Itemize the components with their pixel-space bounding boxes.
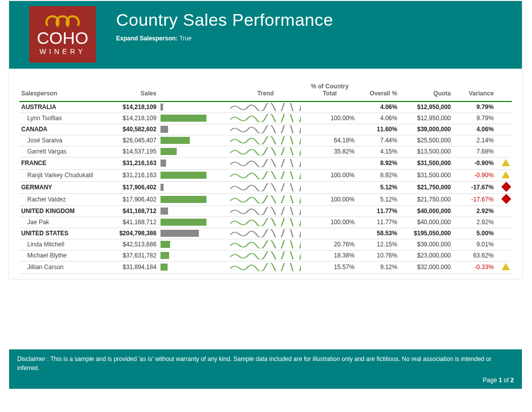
parameter-line: Expand Salesperson: True bbox=[116, 35, 512, 42]
cell-sales-bar bbox=[158, 135, 228, 146]
col-quota[interactable]: Quota bbox=[399, 79, 453, 101]
table-row[interactable]: Linda Mitchell$42,513,68620.76%12.15%$39… bbox=[19, 239, 512, 250]
cell-pct-country: 100.00% bbox=[303, 169, 356, 181]
cell-pct-country bbox=[303, 181, 356, 193]
cell-sales: $42,513,686 bbox=[110, 239, 158, 250]
table-row[interactable]: Michael Blythe$37,631,78218.38%10.76%$23… bbox=[19, 250, 512, 261]
col-trend[interactable]: Trend bbox=[228, 79, 303, 101]
cell-sales-bar bbox=[158, 250, 228, 261]
cell-name: Jae Pak bbox=[19, 217, 110, 228]
cell-name: Lynn Tsoflias bbox=[19, 113, 110, 124]
cell-overall: 12.15% bbox=[356, 239, 399, 250]
cell-pct-country: 64.18% bbox=[303, 135, 356, 146]
cell-quota: $21,750,000 bbox=[399, 181, 453, 193]
col-salesperson[interactable]: Salesperson bbox=[19, 79, 110, 101]
cell-sales: $41,168,712 bbox=[110, 205, 158, 217]
cell-sales-bar bbox=[158, 169, 228, 181]
cell-indicator bbox=[496, 205, 512, 217]
cell-variance: 9.79% bbox=[453, 113, 496, 124]
table-group-row[interactable]: GERMANY$17,906,4025.12%$21,750,000-17.67… bbox=[19, 181, 512, 193]
cell-name: Ranjit Varkey Chudukatil bbox=[19, 169, 110, 181]
cell-trend-sparkline bbox=[228, 113, 303, 124]
cell-pct-country: 20.76% bbox=[303, 239, 356, 250]
cell-variance: 9.79% bbox=[453, 101, 496, 113]
col-overall[interactable]: Overall % bbox=[356, 79, 399, 101]
table-row[interactable]: Ranjit Varkey Chudukatil$31,216,163100.0… bbox=[19, 169, 512, 181]
col-indicator bbox=[496, 79, 512, 101]
cell-name: Jillian Carson bbox=[19, 261, 110, 273]
cell-indicator bbox=[496, 217, 512, 228]
table-row[interactable]: Garrett Vargas$14,537,19535.82%4.15%$13,… bbox=[19, 146, 512, 157]
cell-overall: 4.15% bbox=[356, 146, 399, 157]
cell-overall: 5.12% bbox=[356, 193, 399, 205]
cell-name: CANADA bbox=[19, 124, 110, 135]
cell-quota: $40,000,000 bbox=[399, 217, 453, 228]
col-variance[interactable]: Variance bbox=[453, 79, 496, 101]
cell-overall: 58.53% bbox=[356, 228, 399, 239]
cell-quota: $23,000,000 bbox=[399, 250, 453, 261]
cell-sales-bar bbox=[158, 205, 228, 217]
cell-indicator bbox=[496, 239, 512, 250]
cell-quota: $13,500,000 bbox=[399, 146, 453, 157]
cell-sales-bar bbox=[158, 157, 228, 169]
param-label: Expand Salesperson: bbox=[116, 35, 178, 42]
cell-name: UNITED STATES bbox=[19, 228, 110, 239]
cell-quota: $40,000,000 bbox=[399, 205, 453, 217]
cell-sales: $14,218,109 bbox=[110, 101, 158, 113]
cell-overall: 8.92% bbox=[356, 157, 399, 169]
cell-quota: $39,000,000 bbox=[399, 239, 453, 250]
cell-overall: 4.06% bbox=[356, 101, 399, 113]
param-value: True bbox=[179, 35, 191, 42]
table-group-row[interactable]: FRANCE$31,216,1638.92%$31,500,000-0.90% bbox=[19, 157, 512, 169]
cell-variance: 9.01% bbox=[453, 239, 496, 250]
cell-pct-country: 100.00% bbox=[303, 217, 356, 228]
cell-sales-bar bbox=[158, 228, 228, 239]
cell-overall: 9.12% bbox=[356, 261, 399, 273]
table-row[interactable]: Jae Pak$41,168,712100.00%11.77%$40,000,0… bbox=[19, 217, 512, 228]
table-group-row[interactable]: UNITED KINGDOM$41,168,71211.77%$40,000,0… bbox=[19, 205, 512, 217]
cell-variance: -17.67% bbox=[453, 193, 496, 205]
cell-quota: $31,500,000 bbox=[399, 169, 453, 181]
cell-overall: 11.60% bbox=[356, 124, 399, 135]
cell-sales: $41,168,712 bbox=[110, 217, 158, 228]
table-row[interactable]: José Saraiva$26,045,40764.18%7.44%$25,50… bbox=[19, 135, 512, 146]
cell-variance: -17.67% bbox=[453, 181, 496, 193]
cell-variance: -0.90% bbox=[453, 157, 496, 169]
cell-trend-sparkline bbox=[228, 205, 303, 217]
cell-name: GERMANY bbox=[19, 181, 110, 193]
cell-sales-bar bbox=[158, 193, 228, 205]
cell-sales-bar bbox=[158, 217, 228, 228]
table-row[interactable]: Jillian Carson$31,894,18415.57%9.12%$32,… bbox=[19, 261, 512, 273]
cell-trend-sparkline bbox=[228, 101, 303, 113]
cell-name: Rachel Valdez bbox=[19, 193, 110, 205]
cell-name: AUSTRALIA bbox=[19, 101, 110, 113]
page-number: Page 1 of 2 bbox=[17, 376, 514, 385]
cell-pct-country bbox=[303, 205, 356, 217]
cell-quota: $21,750,000 bbox=[399, 193, 453, 205]
cell-indicator bbox=[496, 193, 512, 205]
table-group-row[interactable]: CANADA$40,582,60211.60%$39,000,0004.06% bbox=[19, 124, 512, 135]
col-pct-country[interactable]: % of Country Total bbox=[303, 79, 356, 101]
col-sales[interactable]: Sales bbox=[110, 79, 158, 101]
cell-variance: -0.33% bbox=[453, 261, 496, 273]
indicator-yellow-icon bbox=[502, 159, 510, 166]
cell-name: Garrett Vargas bbox=[19, 146, 110, 157]
cell-trend-sparkline bbox=[228, 146, 303, 157]
cell-overall: 10.76% bbox=[356, 250, 399, 261]
cell-pct-country: 100.00% bbox=[303, 113, 356, 124]
table-group-row[interactable]: AUSTRALIA$14,218,1094.06%$12,950,0009.79… bbox=[19, 101, 512, 113]
table-row[interactable]: Lynn Tsoflias$14,218,109100.00%4.06%$12,… bbox=[19, 113, 512, 124]
cell-overall: 8.92% bbox=[356, 169, 399, 181]
cell-pct-country: 35.82% bbox=[303, 146, 356, 157]
table-group-row[interactable]: UNITED STATES$204,798,38658.53%$195,050,… bbox=[19, 228, 512, 239]
table-row[interactable]: Rachel Valdez$17,906,402100.00%5.12%$21,… bbox=[19, 193, 512, 205]
cell-sales: $31,216,163 bbox=[110, 169, 158, 181]
cell-overall: 4.06% bbox=[356, 113, 399, 124]
indicator-red-icon bbox=[501, 194, 511, 204]
indicator-yellow-icon bbox=[502, 171, 510, 178]
cell-variance: 2.92% bbox=[453, 217, 496, 228]
cell-sales-bar bbox=[158, 261, 228, 273]
cell-indicator bbox=[496, 169, 512, 181]
logo-subbrand: WINERY bbox=[39, 47, 86, 56]
cell-quota: $39,000,000 bbox=[399, 124, 453, 135]
